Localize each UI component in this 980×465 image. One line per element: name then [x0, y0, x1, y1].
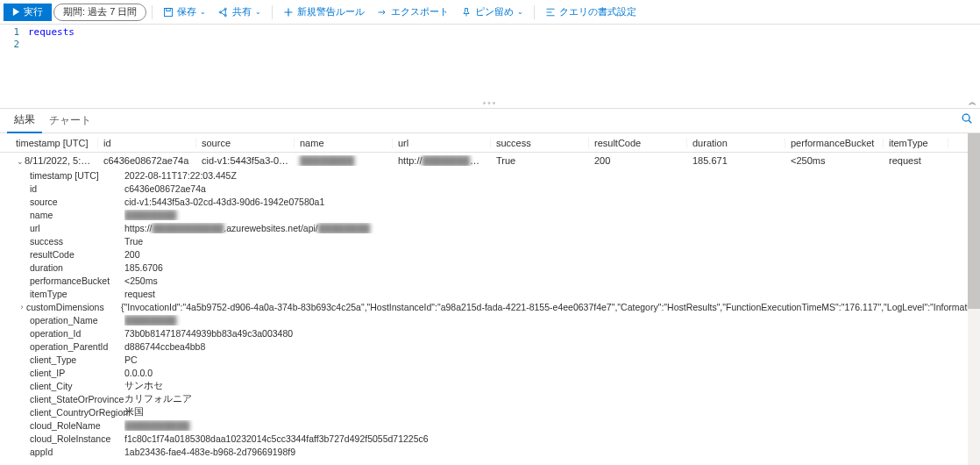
tab-results[interactable]: 結果: [7, 109, 42, 133]
col-url[interactable]: url: [393, 138, 491, 148]
detail-key: cloud_RoleInstance: [30, 433, 124, 444]
expand-icon[interactable]: ›: [18, 303, 26, 311]
detail-key: appId: [30, 447, 124, 457]
detail-value: 185.6706: [124, 262, 980, 273]
code-line: requests: [28, 26, 75, 38]
results-grid: timestamp [UTC] id source name url succe…: [0, 133, 980, 465]
detail-key: success: [30, 236, 124, 247]
resize-grip[interactable]: •••: [483, 98, 498, 108]
detail-panel: timestamp [UTC]2022-08-11T17:22:03.445Zi…: [0, 168, 980, 458]
detail-key: itemType: [30, 289, 124, 299]
tab-results-label: 結果: [14, 112, 35, 127]
export-label: エクスポート: [391, 5, 449, 18]
toolbar: 実行 期間: 過去 7 日間 保存 ⌄ 共有 ⌄ 新規警告ルール エクスポート …: [0, 0, 980, 25]
code-area[interactable]: requests: [25, 25, 980, 108]
cell-url: http://: [398, 155, 423, 166]
collapse-icon[interactable]: ︽: [969, 97, 976, 108]
time-range-picker[interactable]: 期間: 過去 7 日間: [53, 4, 146, 21]
detail-value: <250ms: [124, 275, 980, 286]
share-label: 共有: [232, 5, 252, 18]
detail-value: 200: [124, 249, 980, 260]
col-success[interactable]: success: [491, 138, 589, 148]
pin-icon: [461, 7, 472, 18]
detail-row: client_IP0.0.0.0: [30, 366, 980, 379]
detail-row: operation_ParentIdd886744ccbea4bb8: [30, 340, 980, 353]
detail-key: operation_ParentId: [30, 341, 124, 352]
detail-value: 1ab23436-fae4-483e-b968-2d79669198f9: [124, 447, 980, 457]
detail-value: f1c80c1f74a0185308daa10232014c5cc3344faf…: [124, 433, 980, 444]
new-alert-button[interactable]: 新規警告ルール: [278, 2, 370, 23]
format-button[interactable]: クエリの書式設定: [540, 2, 642, 23]
export-icon: [377, 7, 387, 18]
save-button[interactable]: 保存 ⌄: [158, 2, 211, 23]
vertical-scrollbar[interactable]: [968, 133, 980, 465]
svg-rect-1: [167, 8, 171, 11]
detail-value: 73b0b814718744939bb83a49c3a003480: [124, 328, 980, 339]
detail-value: ██████████: [124, 420, 980, 431]
detail-key: resultCode: [30, 249, 124, 260]
play-icon: [12, 8, 20, 16]
col-itemtype[interactable]: itemType: [884, 138, 948, 148]
detail-row: cloud_RoleInstancef1c80c1f74a0185308daa1…: [30, 432, 980, 445]
detail-value: PC: [124, 354, 980, 365]
col-source[interactable]: source: [196, 138, 295, 148]
detail-key: customDimensions: [26, 302, 121, 312]
share-button[interactable]: 共有 ⌄: [213, 2, 266, 23]
detail-key: performanceBucket: [30, 275, 124, 286]
col-timestamp[interactable]: timestamp [UTC]: [0, 138, 98, 148]
detail-value: d886744ccbea4bb8: [124, 341, 980, 352]
grid-header: timestamp [UTC] id source name url succe…: [0, 133, 980, 153]
detail-key: url: [30, 223, 124, 233]
detail-row: duration185.6706: [30, 261, 980, 274]
plus-icon: [283, 7, 294, 18]
cell-itemtype: request: [884, 155, 948, 166]
cell-timestamp: 8/11/2022, 5:22:03.445 PM: [25, 155, 98, 166]
detail-value: ████████: [124, 315, 980, 326]
format-icon: [545, 7, 556, 18]
cell-source: cid-v1:5443f5a3-02cd-43d3-9...: [196, 155, 295, 166]
cell-name: ████████: [300, 155, 354, 166]
expand-icon[interactable]: ⌄: [16, 157, 25, 166]
time-range-label: 期間: 過去 7 日間: [63, 5, 137, 18]
pin-label: ピン留め: [475, 5, 514, 18]
search-icon: [961, 112, 973, 125]
col-name[interactable]: name: [295, 138, 393, 148]
svg-point-5: [962, 114, 969, 121]
query-editor[interactable]: 1 2 requests ••• ︽: [0, 25, 980, 109]
scrollbar-thumb[interactable]: [968, 133, 980, 309]
cell-id: c6436e08672ae74a: [98, 155, 196, 166]
col-duration[interactable]: duration: [687, 138, 785, 148]
col-id[interactable]: id: [98, 138, 196, 148]
table-row[interactable]: ⌄8/11/2022, 5:22:03.445 PM c6436e08672ae…: [0, 153, 980, 168]
search-button[interactable]: [961, 112, 973, 126]
detail-key: operation_Id: [30, 328, 124, 339]
pin-button[interactable]: ピン留め ⌄: [456, 2, 529, 23]
detail-value: https://███████████.azurewebsites.net/ap…: [124, 223, 980, 233]
col-resultcode[interactable]: resultCode: [589, 138, 687, 148]
cell-perfbucket: <250ms: [785, 155, 884, 166]
cell-duration: 185.671: [687, 155, 785, 166]
detail-value: cid-v1:5443f5a3-02cd-43d3-90d6-1942e0758…: [124, 197, 980, 207]
detail-value: 米国: [124, 406, 980, 418]
col-perfbucket[interactable]: performanceBucket: [785, 138, 884, 148]
tab-chart[interactable]: チャート: [42, 109, 98, 133]
export-button[interactable]: エクスポート: [372, 2, 454, 23]
detail-key: cloud_RoleName: [30, 420, 124, 431]
detail-value: True: [124, 236, 980, 247]
detail-row: name████████: [30, 208, 980, 221]
detail-row: performanceBucket<250ms: [30, 274, 980, 287]
run-button[interactable]: 実行: [4, 4, 52, 21]
detail-value: ████████: [124, 210, 980, 220]
detail-value: サンホセ: [124, 380, 980, 392]
detail-row: timestamp [UTC]2022-08-11T17:22:03.445Z: [30, 168, 980, 182]
line-gutter: 1 2: [0, 25, 25, 108]
new-alert-label: 新規警告ルール: [297, 5, 365, 18]
cell-url-blur: ████████████: [423, 155, 491, 166]
detail-row: idc6436e08672ae74a: [30, 182, 980, 195]
detail-row: urlhttps://███████████.azurewebsites.net…: [30, 221, 980, 234]
results-tabs: 結果 チャート: [0, 109, 980, 133]
detail-value: request: [124, 289, 980, 299]
detail-row: client_StateOrProvinceカリフォルニア: [30, 392, 980, 405]
detail-row: ›customDimensions{"InvocationId":"4a5b97…: [30, 300, 980, 313]
detail-key: client_Type: [30, 354, 124, 365]
